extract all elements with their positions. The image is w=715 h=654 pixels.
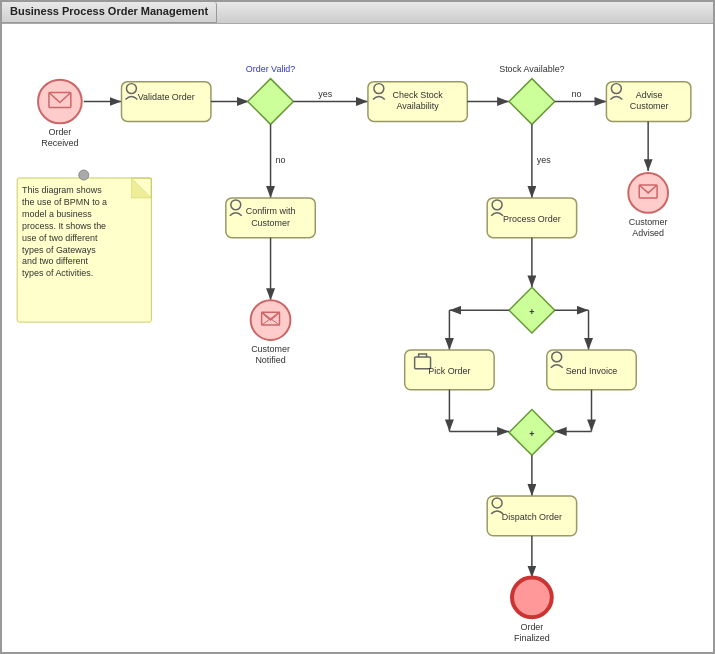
no-label-2: no xyxy=(572,89,582,99)
process-order-label: Process Order xyxy=(503,214,561,224)
dispatch-order-label: Dispatch Order xyxy=(502,512,562,522)
advise-customer-label2: Customer xyxy=(630,101,669,111)
window-title: Business Process Order Management xyxy=(2,2,217,23)
check-stock-label1: Check Stock xyxy=(393,90,444,100)
pick-order-label: Pick Order xyxy=(428,366,470,376)
yes-label-1: yes xyxy=(318,89,332,99)
no-label-1: no xyxy=(276,155,286,165)
validate-order-label: Validate Order xyxy=(138,92,195,102)
svg-text:Received: Received xyxy=(41,138,78,148)
customer-notified-label1: Customer xyxy=(251,344,290,354)
order-finalized-label1: Order xyxy=(520,622,543,632)
confirm-customer-label1: Confirm with xyxy=(246,206,296,216)
confirm-customer-label2: Customer xyxy=(251,218,290,228)
order-valid-label: Order Valid? xyxy=(246,64,296,74)
order-received-label: Order xyxy=(48,127,71,137)
customer-advised-label2: Advised xyxy=(632,228,664,238)
diagram-area: This diagram shows the use of BPMN to a … xyxy=(2,24,713,652)
main-window: Business Process Order Management This d… xyxy=(0,0,715,654)
parallel-plus-2: + xyxy=(529,429,534,439)
send-invoice-label: Send Invoice xyxy=(566,366,618,376)
customer-notified-label2: Notified xyxy=(255,355,285,365)
order-finalized-label2: Finalized xyxy=(514,633,550,643)
customer-advised-label1: Customer xyxy=(629,217,668,227)
parallel-plus-1: + xyxy=(529,307,534,317)
yes-label-2: yes xyxy=(537,155,551,165)
stock-available-label: Stock Available? xyxy=(499,64,564,74)
order-valid-gateway xyxy=(248,79,294,125)
advise-customer-label1: Advise xyxy=(636,90,663,100)
check-stock-label2: Availability xyxy=(397,101,440,111)
end-event xyxy=(512,577,552,617)
stock-available-gateway xyxy=(509,79,555,125)
note-connector xyxy=(79,170,89,180)
